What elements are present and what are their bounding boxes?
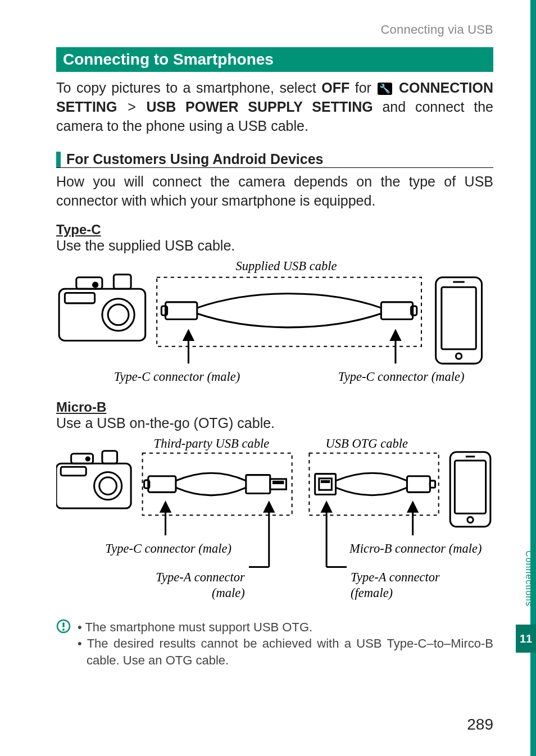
svg-rect-35 bbox=[430, 481, 435, 488]
svg-marker-16 bbox=[184, 331, 193, 340]
svg-rect-36 bbox=[450, 452, 490, 527]
svg-rect-6 bbox=[65, 293, 94, 303]
svg-rect-25 bbox=[61, 467, 86, 476]
svg-rect-28 bbox=[246, 475, 270, 494]
type-a-male-label-line2: (male) bbox=[212, 586, 245, 600]
arrowhead-icon bbox=[265, 503, 274, 512]
type-c-body: Use the supplied USB cable. bbox=[56, 238, 493, 254]
smartphone-icon bbox=[436, 277, 482, 364]
micro-b-title: Micro-B bbox=[56, 399, 493, 415]
svg-rect-37 bbox=[455, 461, 485, 513]
arrow-icon bbox=[184, 331, 400, 363]
svg-rect-1 bbox=[76, 277, 102, 289]
svg-point-23 bbox=[94, 472, 122, 500]
usb-cable2-icon bbox=[315, 473, 435, 495]
svg-point-24 bbox=[99, 477, 117, 495]
android-heading-text: For Customers Using Android Devices bbox=[66, 151, 324, 167]
micro-b-body: Use a USB on-the-go (OTG) cable. bbox=[56, 415, 493, 431]
camera-icon bbox=[56, 451, 131, 508]
note-item-1: The smartphone must support USB OTG. bbox=[78, 619, 493, 636]
intro-prefix: To copy pictures to a smartphone, select bbox=[56, 80, 321, 95]
type-c-title: Type-C bbox=[56, 222, 493, 238]
running-head: Connecting via USB bbox=[56, 22, 493, 37]
third-party-cable-label: Third-party USB cable bbox=[154, 436, 270, 450]
otg-cable-label: USB OTG cable bbox=[326, 436, 408, 450]
svg-rect-30 bbox=[272, 481, 284, 484]
type-c-diagram: Supplied USB cable bbox=[56, 257, 493, 389]
type-c-right-connector-label: Type-C connector (male) bbox=[338, 370, 465, 384]
svg-point-4 bbox=[102, 298, 134, 330]
smartphone-icon bbox=[450, 452, 490, 527]
usb-cable-icon bbox=[161, 293, 416, 327]
manual-page: Connecting via USB Connecting to Smartph… bbox=[0, 0, 536, 756]
svg-point-42 bbox=[62, 629, 65, 631]
svg-point-2 bbox=[93, 283, 98, 287]
note-item-2: The desired results cannot be achieved w… bbox=[78, 635, 493, 668]
svg-rect-33 bbox=[321, 480, 330, 483]
arrowhead-icon bbox=[322, 503, 331, 512]
type-c-cable-label: Supplied USB cable bbox=[235, 258, 337, 272]
gt-symbol: > bbox=[126, 99, 137, 115]
svg-rect-27 bbox=[144, 480, 149, 488]
svg-rect-12 bbox=[442, 287, 476, 349]
svg-rect-22 bbox=[102, 451, 117, 464]
svg-rect-8 bbox=[161, 306, 167, 315]
svg-rect-34 bbox=[407, 476, 430, 493]
intro-for: for bbox=[349, 80, 376, 95]
svg-rect-41 bbox=[62, 622, 64, 627]
wrench-icon: 🔧 bbox=[378, 83, 392, 95]
intro-paragraph: To copy pictures to a smartphone, select… bbox=[56, 79, 493, 135]
svg-rect-3 bbox=[113, 274, 131, 289]
android-subheading: For Customers Using Android Devices bbox=[56, 151, 493, 168]
svg-point-38 bbox=[467, 517, 473, 523]
arrowhead-icon bbox=[161, 503, 170, 512]
micro-b-right-connector-label: Micro-B connector (male) bbox=[349, 541, 482, 555]
page-number: 289 bbox=[467, 716, 493, 734]
android-paragraph: How you will connect the camera depends … bbox=[56, 172, 493, 211]
caution-notes: The smartphone must support USB OTG. The… bbox=[56, 619, 493, 669]
svg-rect-11 bbox=[436, 277, 482, 364]
type-a-female-label-line2: (female) bbox=[351, 586, 393, 600]
svg-point-21 bbox=[86, 457, 89, 461]
svg-marker-18 bbox=[391, 331, 400, 340]
usb-cable1-icon bbox=[144, 473, 287, 495]
micro-b-left-connector-label: Type-C connector (male) bbox=[105, 541, 231, 555]
svg-rect-9 bbox=[381, 302, 412, 320]
camera-icon bbox=[59, 274, 146, 340]
type-c-left-connector-label: Type-C connector (male) bbox=[114, 370, 240, 384]
section-heading: Connecting to Smartphones bbox=[56, 47, 493, 72]
svg-rect-26 bbox=[148, 476, 176, 493]
svg-rect-10 bbox=[411, 306, 417, 315]
intro-off: OFF bbox=[321, 80, 349, 95]
heading-accent-bar bbox=[56, 152, 61, 167]
svg-rect-7 bbox=[166, 302, 197, 320]
micro-b-diagram: Third-party USB cable USB OTG cable bbox=[56, 435, 493, 613]
type-a-female-label-line1: Type-A connector bbox=[351, 570, 440, 584]
caution-icon bbox=[56, 619, 71, 669]
arrowhead-icon bbox=[408, 503, 417, 512]
type-a-male-label-line1: Type-A connector bbox=[156, 570, 245, 584]
svg-point-13 bbox=[456, 353, 461, 359]
svg-point-5 bbox=[108, 304, 129, 325]
intro-menu2: USB POWER SUPPLY SETTING bbox=[147, 99, 373, 115]
